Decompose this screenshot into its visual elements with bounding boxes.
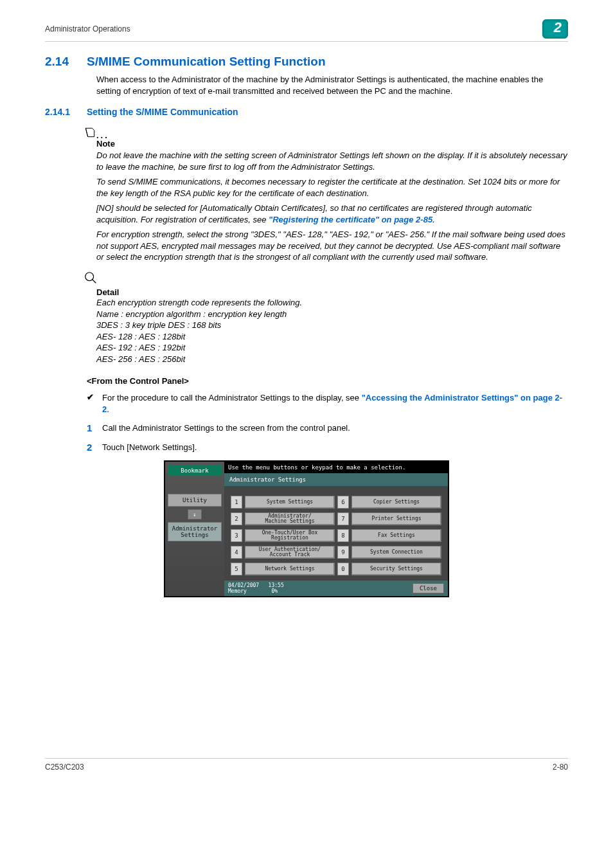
menu-button[interactable]: Printer Settings <box>351 512 441 525</box>
step-number: 1 <box>87 422 102 434</box>
menu-button[interactable]: Security Settings <box>351 563 441 575</box>
menu-number: 1 <box>231 496 242 509</box>
menu-button[interactable]: Administrator/ Machine Settings <box>245 512 335 525</box>
detail-label: Detail <box>96 287 568 297</box>
note-paragraph: Do not leave the machine with the settin… <box>96 150 568 172</box>
detail-line: AES- 128 : AES : 128bit <box>96 331 568 343</box>
step-number: 2 <box>87 442 102 453</box>
menu-button[interactable]: System Settings <box>245 496 335 509</box>
chapter-badge: 2 <box>542 19 568 39</box>
menu-number: 3 <box>231 529 242 542</box>
menu-button[interactable]: Fax Settings <box>351 529 441 542</box>
step-text: Touch [Network Settings]. <box>102 442 568 453</box>
bookmark-tab[interactable]: Bookmark <box>168 466 222 476</box>
panel-status-text: 04/02/2007 13:55 Memory 0% <box>228 583 284 594</box>
note-paragraph: [NO] should be selected for [Automatical… <box>96 203 568 225</box>
close-button[interactable]: Close <box>413 583 444 593</box>
subsection-number: 2.14.1 <box>45 107 87 117</box>
detail-icon <box>84 271 568 289</box>
note-paragraph: For encryption strength, select the stro… <box>96 229 568 263</box>
control-panel-screenshot: Bookmark Utility ↓ Administrator Setting… <box>164 460 449 597</box>
menu-button[interactable]: System Connection <box>351 546 441 559</box>
menu-button[interactable]: User Authentication/ Account Track <box>245 546 335 559</box>
menu-number: 0 <box>337 563 349 575</box>
step-text: Call the Administrator Settings to the s… <box>102 422 568 434</box>
menu-number: 7 <box>337 512 349 525</box>
panel-help-text: Use the menu buttons or keypad to make a… <box>224 462 448 473</box>
note-icon: ... <box>84 123 568 140</box>
certificate-link[interactable]: "Registering the certificate" on page 2-… <box>269 215 432 224</box>
detail-line: Name : encryption algorithm : encryption… <box>96 309 568 320</box>
detail-line: AES- 192 : AES : 192bit <box>96 342 568 354</box>
subsection-heading: 2.14.1Setting the S/MIME Communication <box>45 107 568 117</box>
menu-number: 5 <box>231 563 242 575</box>
panel-title: Administrator Settings <box>224 473 448 487</box>
section-title: S/MIME Communication Setting Function <box>87 55 326 68</box>
footer-page-number: 2-80 <box>553 763 568 772</box>
menu-number: 4 <box>231 546 242 559</box>
note-label: Note <box>96 139 568 149</box>
menu-button[interactable]: Copier Settings <box>351 496 441 509</box>
section-number: 2.14 <box>45 55 87 69</box>
note-paragraph: To send S/MIME communications, it become… <box>96 176 568 199</box>
detail-line: Each encryption strength code represents… <box>96 297 568 309</box>
svg-point-0 <box>85 273 94 281</box>
procedure-subhead: <From the Control Panel> <box>87 376 568 386</box>
menu-number: 9 <box>337 546 349 559</box>
subsection-title: Setting the S/MIME Communication <box>87 107 238 117</box>
running-header: Administrator Operations <box>45 24 130 33</box>
check-bullet-text: For the procedure to call the Administra… <box>102 392 568 415</box>
menu-button[interactable]: Network Settings <box>245 563 335 575</box>
down-arrow-icon: ↓ <box>188 509 202 520</box>
intro-paragraph: When access to the Administrator of the … <box>96 74 568 96</box>
menu-number: 2 <box>231 512 242 525</box>
menu-number: 8 <box>337 529 349 542</box>
admin-settings-tab[interactable]: Administrator Settings <box>168 522 222 541</box>
detail-line: AES- 256 : AES : 256bit <box>96 354 568 365</box>
utility-tab[interactable]: Utility <box>168 494 222 507</box>
menu-number: 6 <box>337 496 349 509</box>
svg-line-1 <box>93 280 96 284</box>
menu-button[interactable]: One-Touch/User Box Registration <box>245 529 335 542</box>
section-heading: 2.14S/MIME Communication Setting Functio… <box>45 55 568 69</box>
check-icon: ✔ <box>87 392 102 415</box>
footer-model: C253/C203 <box>45 763 84 772</box>
detail-line: 3DES : 3 key triple DES : 168 bits <box>96 320 568 331</box>
